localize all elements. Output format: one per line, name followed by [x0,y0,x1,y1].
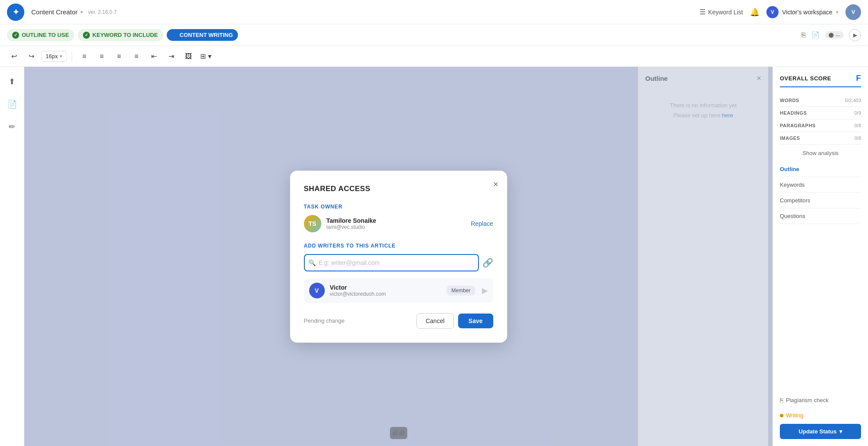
add-writers-section: ADD WRITERS TO THIS ARTICLE 🔍 🔗 [304,243,493,271]
right-nav-questions[interactable]: Questions [780,208,861,224]
writing-status-indicator: Writing [780,409,861,422]
left-sidebar: ⬆ 📄 ✏ [0,67,24,446]
app-version: ver. 2.16.0.7 [88,9,117,15]
writer-avatar: V [309,283,325,298]
writer-row-arrow-icon: ▶ [482,286,488,295]
app-name-container[interactable]: Content Creator ▾ [31,8,83,16]
content-dot-icon [172,33,177,38]
right-nav-outline[interactable]: Outline [780,162,861,177]
modal-footer: Pending change Cancel Save [304,313,493,329]
keyword-list-nav[interactable]: ☰ Keyword List [700,8,743,16]
update-status-button[interactable]: Update Status ▾ [780,424,861,439]
writer-search-input[interactable] [304,254,479,271]
play-icon[interactable]: ▶ [849,29,861,41]
table-insert-button[interactable]: ⊞ ▾ [199,50,213,63]
search-icon: 🔍 [308,259,316,266]
indent-more-button[interactable]: ⇥ [164,50,178,63]
redo-button[interactable]: ↪ [24,50,38,63]
sidebar-icon-edit[interactable]: ✏ [4,119,20,135]
words-label: WORDS [780,98,799,103]
tab-content-label: CONTENT WRITING [180,32,233,38]
owner-info: Tamilore Sonaike tami@vec.studio [327,217,466,230]
tab-keyword-label: KEYWORD TO INCLUDE [92,32,158,38]
tab-content-writing[interactable]: CONTENT WRITING [167,29,238,41]
writer-email: victor@victoreduoh.com [330,291,442,297]
cancel-button[interactable]: Cancel [416,313,454,329]
user-avatar[interactable]: V [845,4,861,20]
right-nav-competitors[interactable]: Competitors [780,193,861,208]
images-score-item: IMAGES 0/8 [780,132,861,145]
writing-dot-icon [780,414,783,417]
save-button[interactable]: Save [458,314,493,328]
search-input-row: 🔍 🔗 [304,254,493,271]
paragraphs-value: 0/8 [855,123,861,128]
headings-value: 0/9 [855,110,861,116]
show-analysis-button[interactable]: Show analysis [780,145,861,162]
image-insert-button[interactable]: 🖼 [182,50,195,63]
modal-title: SHARED ACCESS [304,185,493,193]
writer-name: Victor [330,284,442,291]
align-right-button[interactable]: ≡ [112,50,126,63]
sidebar-icon-upload[interactable]: ⬆ [4,74,20,89]
words-value: 0/2,403 [845,98,861,103]
paragraphs-score-item: PARAGRAPHS 0/8 [780,119,861,132]
align-center-button[interactable]: ≡ [95,50,109,63]
toolbar: ↩ ↪ 16px ▾ ≡ ≡ ≡ ≡ ⇤ ⇥ 🖼 ⊞ ▾ [0,46,868,67]
tab-outline[interactable]: ✓ OUTLINE TO USE [7,29,74,41]
undo-button[interactable]: ↩ [7,50,21,63]
words-score-item: WORDS 0/2,403 [780,94,861,107]
workspace-chevron: ▾ [836,9,838,15]
tabs-bar: ✓ OUTLINE TO USE ✓ KEYWORD TO INCLUDE CO… [0,24,868,46]
owner-avatar: TS [304,215,321,232]
update-status-chevron: ▾ [839,428,842,435]
document-icon[interactable]: 📄 [811,31,820,39]
key-icon[interactable]: ⬤— [825,31,844,39]
images-label: IMAGES [780,135,800,141]
font-size-chevron: ▾ [59,53,63,59]
shared-access-modal: SHARED ACCESS × TASK OWNER TS Tamilore S… [290,171,507,343]
right-panel: OVERALL SCORE F WORDS 0/2,403 HEADINGS 0… [772,67,868,446]
app-logo[interactable]: ✦ [7,3,24,21]
sidebar-icon-document[interactable]: 📄 [4,96,20,112]
task-owner-row: TS Tamilore Sonaike tami@vec.studio Repl… [304,215,493,232]
indent-less-button[interactable]: ⇤ [147,50,161,63]
owner-email: tami@vec.studio [327,224,466,230]
tabs-actions: ⎘ 📄 ⬤— ▶ [802,29,861,41]
overall-score-header: OVERALL SCORE F [780,74,861,87]
font-size-value: 16px [46,53,58,59]
align-justify-button[interactable]: ≡ [129,50,143,63]
add-writers-label: ADD WRITERS TO THIS ARTICLE [304,243,493,249]
workspace-selector[interactable]: V Victor's workspace ▾ [766,6,838,18]
content-area: ⬛⬛ SHARED ACCESS × TASK OWNER TS Tamilor… [24,67,772,446]
nav-right: ☰ Keyword List 🔔 V Victor's workspace ▾ … [700,4,861,20]
modal-overlay: SHARED ACCESS × TASK OWNER TS Tamilore S… [24,67,772,446]
keyword-list-label: Keyword List [708,9,743,16]
owner-name: Tamilore Sonaike [327,217,466,224]
member-badge[interactable]: Member [447,286,475,295]
notifications-bell[interactable]: 🔔 [750,7,759,17]
outline-check-icon: ✓ [12,32,19,39]
overall-score-icon: F [856,74,861,83]
tab-keyword[interactable]: ✓ KEYWORD TO INCLUDE [78,29,163,41]
workspace-name: Victor's workspace [782,9,832,16]
link-icon[interactable]: 🔗 [482,258,493,268]
font-size-selector[interactable]: 16px ▾ [42,51,66,62]
replace-button[interactable]: Replace [471,220,493,227]
writer-info: Victor victor@victoreduoh.com [330,284,442,297]
align-left-button[interactable]: ≡ [77,50,91,63]
workspace-icon: V [766,6,779,18]
top-nav: ✦ Content Creator ▾ ver. 2.16.0.7 ☰ Keyw… [0,0,868,24]
share-icon[interactable]: ⎘ [802,31,806,39]
app-name-chevron[interactable]: ▾ [80,9,83,15]
main-layout: ⬆ 📄 ✏ ⬛⬛ SHARED ACCESS × TASK OWNER TS T… [0,67,868,446]
modal-close-button[interactable]: × [493,179,498,189]
headings-label: HEADINGS [780,110,807,116]
writer-row: V Victor victor@victoreduoh.com Member ▶ [304,278,493,303]
tab-outline-label: OUTLINE TO USE [22,32,69,38]
keyword-list-icon: ☰ [700,8,706,16]
pending-change-text: Pending change [304,317,345,324]
plagiarism-check-button[interactable]: ⎘ Plagiarism check [780,392,861,409]
paragraphs-label: PARAGRAPHS [780,123,815,128]
right-nav-keywords[interactable]: Keywords [780,177,861,193]
images-value: 0/8 [855,135,861,141]
